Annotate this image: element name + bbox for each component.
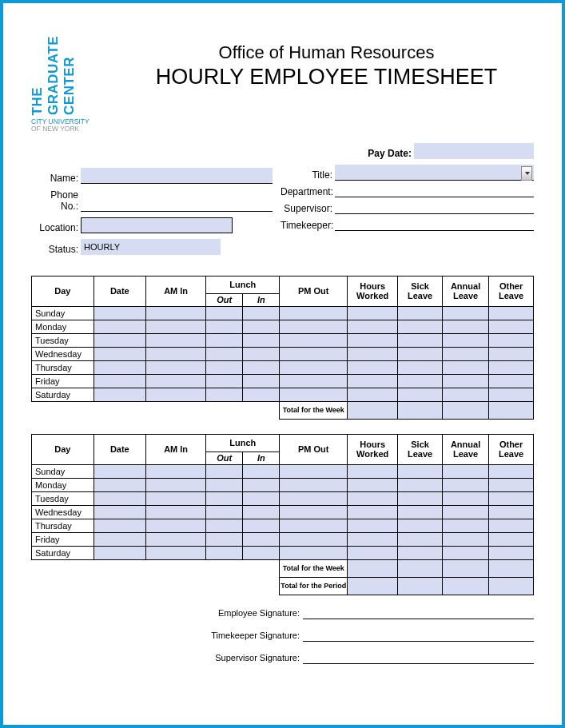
timekeeper-sig-line[interactable] [303,631,534,642]
time-cell[interactable] [348,333,398,347]
time-cell[interactable] [398,388,443,401]
time-cell[interactable] [348,519,398,532]
time-cell[interactable] [94,306,145,320]
time-cell[interactable] [243,546,280,559]
time-cell[interactable] [146,388,206,401]
title-dropdown[interactable] [335,165,534,181]
time-cell[interactable] [280,360,348,374]
employee-sig-line[interactable] [303,608,534,619]
time-cell[interactable] [398,464,443,478]
time-cell[interactable] [489,388,534,401]
department-input[interactable] [335,186,534,197]
time-cell[interactable] [243,306,280,320]
time-cell[interactable] [442,388,488,401]
time-cell[interactable] [206,388,243,401]
total-week-annual[interactable] [442,401,488,419]
time-cell[interactable] [348,505,398,519]
time-cell[interactable] [94,320,145,333]
time-cell[interactable] [243,388,280,401]
time-cell[interactable] [146,519,206,532]
time-cell[interactable] [280,505,348,519]
time-cell[interactable] [206,505,243,519]
time-cell[interactable] [146,333,206,347]
supervisor-input[interactable] [335,203,534,214]
phone-input[interactable] [81,201,273,212]
time-cell[interactable] [348,320,398,333]
time-cell[interactable] [146,532,206,546]
time-cell[interactable] [348,347,398,360]
time-cell[interactable] [280,320,348,333]
time-cell[interactable] [243,333,280,347]
time-cell[interactable] [243,478,280,491]
time-cell[interactable] [398,347,443,360]
time-cell[interactable] [348,306,398,320]
time-cell[interactable] [442,306,488,320]
timekeeper-input[interactable] [335,220,534,231]
total-week-hours[interactable] [348,401,398,419]
time-cell[interactable] [280,347,348,360]
time-cell[interactable] [146,347,206,360]
time-cell[interactable] [94,464,145,478]
time-cell[interactable] [348,532,398,546]
time-cell[interactable] [280,478,348,491]
time-cell[interactable] [489,360,534,374]
total-week-sick[interactable] [398,401,443,419]
time-cell[interactable] [206,320,243,333]
time-cell[interactable] [243,360,280,374]
time-cell[interactable] [489,306,534,320]
time-cell[interactable] [94,519,145,532]
time-cell[interactable] [489,478,534,491]
time-cell[interactable] [489,464,534,478]
time-cell[interactable] [442,464,488,478]
time-cell[interactable] [243,505,280,519]
time-cell[interactable] [442,532,488,546]
time-cell[interactable] [243,347,280,360]
time-cell[interactable] [280,306,348,320]
time-cell[interactable] [348,360,398,374]
time-cell[interactable] [348,491,398,505]
time-cell[interactable] [243,491,280,505]
time-cell[interactable] [94,546,145,559]
time-cell[interactable] [442,360,488,374]
time-cell[interactable] [243,532,280,546]
time-cell[interactable] [398,333,443,347]
time-cell[interactable] [146,320,206,333]
time-cell[interactable] [348,478,398,491]
time-cell[interactable] [442,505,488,519]
time-cell[interactable] [206,519,243,532]
time-cell[interactable] [280,464,348,478]
time-cell[interactable] [489,491,534,505]
time-cell[interactable] [489,519,534,532]
time-cell[interactable] [206,360,243,374]
time-cell[interactable] [398,478,443,491]
time-cell[interactable] [489,347,534,360]
time-cell[interactable] [94,388,145,401]
time-cell[interactable] [146,306,206,320]
time-cell[interactable] [398,374,443,388]
time-cell[interactable] [348,374,398,388]
time-cell[interactable] [489,505,534,519]
time-cell[interactable] [206,306,243,320]
time-cell[interactable] [489,320,534,333]
time-cell[interactable] [398,519,443,532]
time-cell[interactable] [348,388,398,401]
time-cell[interactable] [489,333,534,347]
time-cell[interactable] [206,546,243,559]
time-cell[interactable] [206,491,243,505]
time-cell[interactable] [146,546,206,559]
time-cell[interactable] [206,347,243,360]
time-cell[interactable] [398,360,443,374]
time-cell[interactable] [94,532,145,546]
time-cell[interactable] [94,374,145,388]
time-cell[interactable] [146,505,206,519]
time-cell[interactable] [398,320,443,333]
time-cell[interactable] [442,478,488,491]
time-cell[interactable] [243,464,280,478]
time-cell[interactable] [206,374,243,388]
location-input[interactable] [81,217,233,233]
time-cell[interactable] [206,478,243,491]
time-cell[interactable] [206,333,243,347]
supervisor-sig-line[interactable] [303,653,534,664]
time-cell[interactable] [280,491,348,505]
time-cell[interactable] [146,491,206,505]
